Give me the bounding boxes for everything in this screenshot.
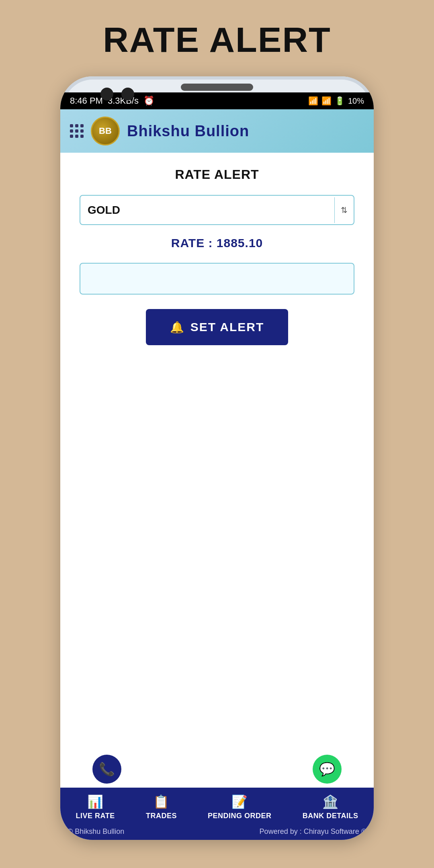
brand-logo: BB <box>91 117 120 145</box>
signal-icon: 📶 <box>321 96 332 106</box>
bank-details-label: BANK DETAILS <box>303 812 358 820</box>
set-alert-label: SET ALERT <box>190 320 264 334</box>
footer-right: Powered by : Chirayu Software ® <box>260 827 366 836</box>
nav-live-rate[interactable]: 📊 LIVE RATE <box>76 794 115 820</box>
phone-screen: RATE ALERT GOLD SILVER ⇅ RATE : 1885.10 … <box>60 153 374 788</box>
call-icon: 📞 <box>99 762 115 777</box>
status-right: 📶 📶 🔋 10% <box>308 96 364 106</box>
app-header: BB Bhikshu Bullion <box>60 109 374 153</box>
phone-speaker <box>181 84 253 91</box>
nav-trades[interactable]: 📋 TRADES <box>146 794 177 820</box>
menu-icon[interactable] <box>70 124 84 138</box>
commodity-dropdown-container: GOLD SILVER ⇅ <box>80 195 354 225</box>
bank-details-icon: 🏦 <box>322 794 338 809</box>
alert-price-input[interactable] <box>80 263 354 295</box>
camera-right <box>121 88 134 100</box>
call-button[interactable]: 📞 <box>92 755 121 784</box>
phone-top <box>60 76 374 91</box>
trades-label: TRADES <box>146 812 177 820</box>
section-title: RATE ALERT <box>175 167 259 182</box>
status-time: 8:46 PM <box>70 96 103 106</box>
live-rate-icon: 📊 <box>87 794 103 809</box>
battery-icon: 🔋 <box>335 96 345 106</box>
pending-order-icon: 📝 <box>231 794 248 809</box>
live-rate-label: LIVE RATE <box>76 812 115 820</box>
commodity-dropdown[interactable]: GOLD SILVER <box>80 196 334 224</box>
wifi-icon: 📶 <box>308 96 318 106</box>
trades-icon: 📋 <box>153 794 169 809</box>
alarm-icon: ⏰ <box>143 96 154 106</box>
phone-frame: 8:46 PM 3.3KB/s ⏰ 📶 📶 🔋 10% BB Bhikshu B… <box>60 76 374 840</box>
phone-footer: © Bhikshu Bullion Powered by : Chirayu S… <box>60 823 374 840</box>
pending-order-label: PENDING ORDER <box>208 812 272 820</box>
nav-pending-order[interactable]: 📝 PENDING ORDER <box>208 794 272 820</box>
whatsapp-icon: 💬 <box>319 762 335 777</box>
rate-display: RATE : 1885.10 <box>171 236 263 250</box>
footer-left: © Bhikshu Bullion <box>68 827 124 836</box>
bottom-navigation: 📊 LIVE RATE 📋 TRADES 📝 PENDING ORDER 🏦 B… <box>60 788 374 823</box>
bell-icon: 🔔 <box>170 321 185 334</box>
nav-bank-details[interactable]: 🏦 BANK DETAILS <box>303 794 358 820</box>
brand-name: Bhikshu Bullion <box>127 123 249 140</box>
float-buttons-area: 📞 💬 <box>80 747 354 788</box>
camera-left <box>100 88 113 100</box>
page-title: RATE ALERT <box>103 19 331 60</box>
whatsapp-button[interactable]: 💬 <box>313 755 342 784</box>
battery-percent: 10% <box>348 96 364 106</box>
dropdown-arrow-icon: ⇅ <box>334 197 354 223</box>
set-alert-button[interactable]: 🔔 SET ALERT <box>146 309 289 345</box>
